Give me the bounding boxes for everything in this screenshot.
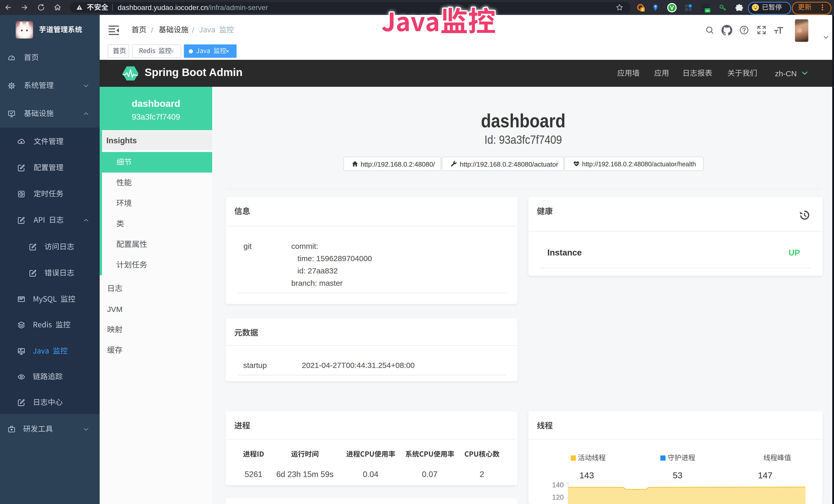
svg-text:1: 1 xyxy=(642,8,644,12)
svg-text:on: on xyxy=(706,9,709,12)
